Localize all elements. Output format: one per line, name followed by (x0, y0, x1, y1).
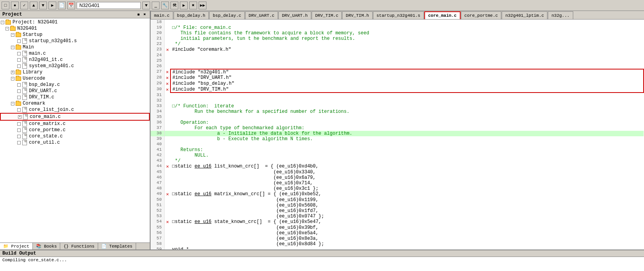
tab-drv-tim-c[interactable]: DRV_TIM.c (312, 11, 342, 19)
panel-icon-close[interactable]: ✖ (142, 12, 147, 17)
expander-startup[interactable]: − (11, 33, 14, 37)
panel-icon-lock[interactable]: ■ (136, 12, 141, 17)
tab-books[interactable]: 📚 Books (33, 243, 61, 250)
tree-item-startup[interactable]: − Startup (0, 32, 150, 38)
tree-item-core-util[interactable]: core_util.c (0, 139, 150, 146)
line-num: 58 (151, 241, 164, 247)
toolbar-btn-10[interactable]: 🔧 (161, 2, 169, 9)
tree-item-startup-file[interactable]: startup_n32g401.s (0, 38, 150, 44)
expander-core-main[interactable]: + (18, 115, 22, 119)
tab-drv-tim-h[interactable]: DRV_TIM.h (342, 11, 372, 19)
tree-item-coremark[interactable]: − Coremark (0, 100, 150, 107)
toolbar-dropdown[interactable]: ▼ (142, 2, 150, 9)
table-row: 26 (151, 64, 644, 69)
toolbar-btn-build[interactable]: 🛠 (170, 2, 178, 9)
toolbar-btn-6[interactable]: ▶ (48, 2, 56, 9)
tree-label-startup-file: startup_n32g401.s (29, 38, 77, 44)
error-marker: ✕ (164, 47, 170, 53)
error-marker (164, 158, 170, 164)
line-num: 34 (151, 109, 164, 114)
tree-item-core-main[interactable]: + core_main.c (0, 113, 150, 121)
code-content: */ (170, 41, 644, 47)
expander-n32g401[interactable]: − (5, 27, 9, 30)
tree-item-n32g401-it[interactable]: n32g401_it.c (0, 57, 150, 63)
tree-item-drv-tim[interactable]: DRV_TIM.c (0, 94, 150, 100)
tree-item-core-matrix[interactable]: core_matrix.c (0, 121, 150, 127)
code-content: (ee_u16)0x39bf, (170, 225, 644, 230)
code-content: (ee_u16)0x8d84 }; (170, 241, 644, 247)
toolbar-btn-1[interactable]: □ (2, 2, 9, 9)
tab-bsp-delay-c[interactable]: bsp_delay.c (209, 11, 245, 19)
expander-drv-tim (17, 96, 21, 99)
code-area[interactable]: 18 19 □/* File: core_main.c 20 (151, 20, 644, 250)
tab-core-portme-c[interactable]: core_portme.c (461, 11, 502, 19)
error-marker: ✕ (164, 164, 170, 169)
tree-item-library[interactable]: + Library (0, 69, 150, 75)
tree-label-main-c: main.c (29, 51, 46, 56)
error-marker (164, 98, 170, 103)
tree-item-bsp-delay[interactable]: bsp_delay.c (0, 82, 150, 88)
tab-drv-uart-h[interactable]: DRV_UART.h (278, 11, 311, 19)
line-num: 45 (151, 169, 164, 175)
tree-item-system-n32g401[interactable]: system_n32g401.c (0, 63, 150, 69)
tree-item-core-state[interactable]: core_state.c (0, 133, 150, 139)
toolbar-btn-debug[interactable]: ▶ (180, 2, 188, 9)
error-marker (164, 203, 170, 208)
line-num: 57 (151, 236, 164, 241)
expander-library[interactable]: + (11, 71, 14, 74)
error-x-27: ✕ (166, 70, 169, 75)
toolbar-btn-7[interactable]: 📄 (58, 2, 66, 9)
file-icon-core-state (22, 134, 28, 139)
tab-drv-uart-c[interactable]: DRV_UART.c (245, 11, 278, 19)
tree-item-project-root[interactable]: − Project: N32G401 (0, 19, 150, 25)
tab-label-n32g401-lptim: n32g401_lptim.c (505, 13, 544, 18)
expander-usercode[interactable]: − (11, 77, 14, 80)
line-num: 52 (151, 208, 164, 214)
tab-project[interactable]: 📁 Project (0, 243, 33, 250)
table-row: 29 ✕ #include "bsp_delay.h" (151, 81, 644, 87)
code-content: □static ee_u16 matrix_known_crc[] = { (e… (170, 191, 644, 197)
toolbar-btn-9[interactable]: ⎯ (152, 2, 160, 9)
line-num: 55 (151, 225, 164, 230)
line-num: 49 (151, 191, 164, 197)
tree-item-core-portme[interactable]: core_portme.c (0, 127, 150, 133)
toolbar-btn-run[interactable]: ▶▶ (199, 2, 206, 9)
table-row: 40 (151, 142, 644, 147)
tree-item-usercode[interactable]: − Usercode (0, 75, 150, 82)
tab-core-main-c[interactable]: core_main.c (424, 11, 461, 19)
tab-startup-s[interactable]: startup_n32g401.s (373, 11, 424, 19)
code-content: Run the benchmark for a specified number… (170, 109, 644, 114)
toolbar-btn-2[interactable]: ● (11, 2, 19, 9)
tab-n32g-etc[interactable]: n32g... (548, 11, 573, 19)
toolbar-btn-3[interactable]: ✓ (20, 2, 28, 9)
error-marker (164, 109, 170, 114)
tab-bsp-delay-h[interactable]: bsp_delay.h (174, 11, 209, 19)
expander-root[interactable]: − (1, 21, 4, 24)
tree-item-core-list-join[interactable]: core_list_join.c (0, 107, 150, 113)
toolbar-title-input[interactable] (77, 2, 141, 9)
file-icon-core-matrix (22, 121, 28, 127)
tree-label-project-root: Project: N32G401 (13, 20, 57, 25)
toolbar-btn-4[interactable]: ▲ (30, 2, 38, 9)
code-content: This file contains the framework to acqu… (170, 30, 644, 36)
tree-item-main-c[interactable]: main.c (0, 50, 150, 57)
toolbar-btn-8[interactable]: 📅 (67, 2, 75, 9)
expander-main[interactable]: − (11, 46, 14, 49)
tree-item-drv-uart[interactable]: DRV_UART.c (0, 88, 150, 94)
tab-functions[interactable]: {} Functions (60, 243, 98, 250)
error-marker (164, 142, 170, 147)
tree-label-system-n32g401: system_n32g401.c (29, 63, 74, 69)
tab-main-c[interactable]: main.c (151, 11, 173, 19)
table-row: 18 (151, 20, 644, 25)
tree-item-main-folder[interactable]: − Main (0, 44, 150, 50)
tab-label-core-portme-c: core_portme.c (465, 13, 498, 18)
toolbar-btn-12[interactable]: ✖ (189, 2, 197, 9)
tree-item-n32g401[interactable]: − N32G401 (0, 25, 150, 32)
line-num: 37 (151, 125, 164, 131)
toolbar-btn-5[interactable]: ▼ (39, 2, 47, 9)
line-num: 40 (151, 142, 164, 147)
expander-coremark[interactable]: − (11, 102, 14, 105)
tab-templates[interactable]: 📄 Templates (98, 243, 136, 250)
tab-n32g401-lptim[interactable]: n32g401_lptim.c (502, 11, 547, 19)
error-marker (164, 186, 170, 191)
